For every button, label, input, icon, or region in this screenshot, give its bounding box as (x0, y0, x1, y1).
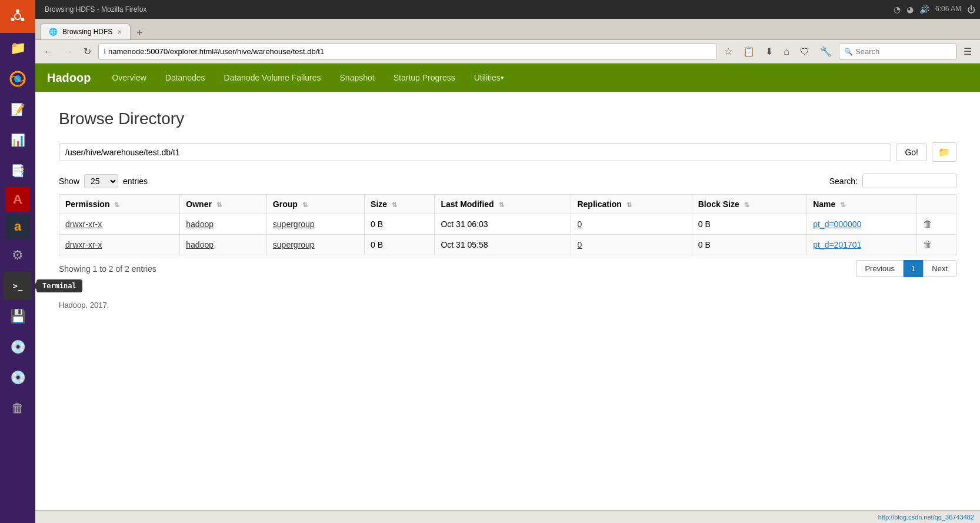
col-last-modified[interactable]: Last Modified ⇅ (435, 195, 571, 214)
showing-text: Showing 1 to 2 of 2 entries (59, 264, 156, 274)
svg-point-1 (16, 9, 19, 13)
nav-datanode-volume-failures[interactable]: Datanode Volume Failures (215, 64, 331, 92)
impress-icon[interactable]: 📑 (4, 156, 32, 185)
cell-name: pt_d=201701 (807, 235, 917, 255)
folder-button[interactable]: 📁 (932, 142, 956, 162)
forward-button[interactable]: → (60, 44, 76, 59)
cell-group: supergroup (266, 235, 364, 255)
browser-search-input[interactable] (855, 47, 938, 56)
status-url: http://blog.csdn.net/qq_36743482 (878, 514, 974, 521)
page-number-1[interactable]: 1 (904, 260, 923, 277)
nav-overview[interactable]: Overview (102, 64, 155, 92)
readingview-button[interactable]: 📋 (739, 44, 758, 59)
nav-datanodes[interactable]: Datanodes (156, 64, 215, 92)
delete-button[interactable]: 🗑 (923, 239, 932, 249)
menu-button[interactable]: ☰ (960, 44, 975, 59)
writer-icon[interactable]: 📝 (4, 95, 32, 124)
bookmark-star-button[interactable]: ☆ (721, 44, 736, 59)
previous-button[interactable]: Previous (856, 260, 904, 277)
download-button[interactable]: ⬇ (762, 44, 776, 59)
cell-block-size: 0 B (692, 214, 806, 235)
col-delete (916, 195, 956, 214)
ubuntu-icon[interactable] (0, 0, 35, 33)
col-block-size[interactable]: Block Size ⇅ (692, 195, 806, 214)
pagination: Previous 1 Next (856, 260, 956, 277)
refresh-button[interactable]: ↻ (80, 44, 95, 59)
status-bar: http://blog.csdn.net/qq_36743482 (35, 510, 980, 523)
cell-name: pt_d=000000 (807, 214, 917, 235)
font-viewer-icon[interactable]: A (5, 187, 30, 212)
page-content: Browse Directory Go! 📁 Show 25 50 100 en… (35, 92, 980, 510)
address-bar[interactable] (108, 47, 712, 56)
cell-last-modified: Oct 31 05:58 (435, 235, 571, 255)
back-button[interactable]: ← (40, 44, 56, 59)
cell-replication: 0 (571, 235, 692, 255)
cell-owner: hadoop (180, 214, 267, 235)
drive-icon[interactable]: 💾 (4, 302, 32, 331)
col-group[interactable]: Group ⇅ (266, 195, 364, 214)
tab-close-button[interactable]: ✕ (117, 29, 122, 35)
cell-owner: hadoop (180, 235, 267, 255)
files-icon[interactable]: 📁 (4, 34, 32, 62)
settings-icon[interactable]: ⚙ (4, 241, 32, 269)
table-footer: Showing 1 to 2 of 2 entries Previous 1 N… (59, 260, 956, 277)
address-bar-wrap: ℹ (98, 44, 717, 60)
tab-label: Browsing HDFS (62, 28, 112, 36)
cell-permission: drwxr-xr-x (59, 214, 180, 235)
address-lock-icon: ℹ (104, 48, 106, 55)
page-title: Browse Directory (59, 109, 956, 128)
browser-tab[interactable]: 🌐 Browsing HDFS ✕ (40, 24, 131, 39)
new-tab-button[interactable]: + (133, 27, 146, 39)
table-controls: Show 25 50 100 entries Search: (59, 174, 956, 188)
shield-button[interactable]: 🛡 (796, 44, 813, 59)
next-button[interactable]: Next (923, 260, 956, 277)
browser-window: Browsing HDFS - Mozilla Firefox ◔ ◕ 🔊 6:… (35, 0, 980, 523)
window-title: Browsing HDFS - Mozilla Firefox (40, 5, 894, 14)
table-row: drwxr-xr-x hadoop supergroup 0 B Oct 31 … (59, 235, 956, 255)
browser-navbar: ← → ↻ ℹ ☆ 📋 ⬇ ⌂ 🛡 🔧 🔍 ☰ (35, 40, 980, 64)
entries-select[interactable]: 25 50 100 (84, 174, 118, 188)
hadoop-brand: Hadoop (47, 71, 91, 85)
tab-favicon: 🌐 (49, 28, 58, 36)
table-search-input[interactable] (862, 174, 956, 188)
cell-group: supergroup (266, 214, 364, 235)
col-name[interactable]: Name ⇅ (807, 195, 917, 214)
search-label-text: Search: (829, 176, 858, 186)
bluetooth-icon: ◔ (894, 5, 901, 14)
go-button[interactable]: Go! (896, 144, 927, 161)
browser-icon[interactable] (4, 65, 32, 93)
dvd1-icon[interactable]: 💿 (4, 333, 32, 361)
path-bar: Go! 📁 (59, 142, 956, 162)
col-permission[interactable]: Permission ⇅ (59, 195, 180, 214)
show-entries-control: Show 25 50 100 entries (59, 174, 148, 188)
cell-delete: 🗑 (916, 214, 956, 235)
col-replication[interactable]: Replication ⇅ (571, 195, 692, 214)
col-size[interactable]: Size ⇅ (365, 195, 435, 214)
cell-size: 0 B (365, 235, 435, 255)
clock: 6:06 AM (935, 5, 961, 14)
bluetooth2-icon: ◕ (906, 5, 914, 14)
browser-search-box: 🔍 (839, 44, 956, 60)
terminal-tooltip: Terminal (36, 279, 82, 292)
cell-permission: drwxr-xr-x (59, 235, 180, 255)
delete-button[interactable]: 🗑 (923, 219, 932, 229)
tools-button[interactable]: 🔧 (816, 44, 835, 59)
home-button[interactable]: ⌂ (780, 44, 793, 59)
path-input[interactable] (59, 144, 891, 161)
nav-startup-progress[interactable]: Startup Progress (384, 64, 465, 92)
trash-icon[interactable]: 🗑 (4, 394, 32, 422)
directory-table: Permission ⇅ Owner ⇅ Group ⇅ Size ⇅ Last… (59, 194, 956, 255)
calc-icon[interactable]: 📊 (4, 126, 32, 154)
table-row: drwxr-xr-x hadoop supergroup 0 B Oct 31 … (59, 214, 956, 235)
show-label: Show (59, 176, 79, 186)
cell-size: 0 B (365, 214, 435, 235)
col-owner[interactable]: Owner ⇅ (180, 195, 267, 214)
window-controls: ◔ ◕ 🔊 6:06 AM ⏻ (894, 5, 975, 14)
terminal-icon[interactable]: >_ Terminal (4, 272, 32, 300)
dvd2-icon[interactable]: 💿 (4, 364, 32, 392)
nav-snapshot[interactable]: Snapshot (331, 64, 384, 92)
svg-point-3 (11, 18, 15, 21)
nav-utilities[interactable]: Utilities (465, 64, 514, 92)
page-footer: Hadoop, 2017. (59, 301, 956, 309)
amazon-icon[interactable]: a (5, 214, 30, 239)
